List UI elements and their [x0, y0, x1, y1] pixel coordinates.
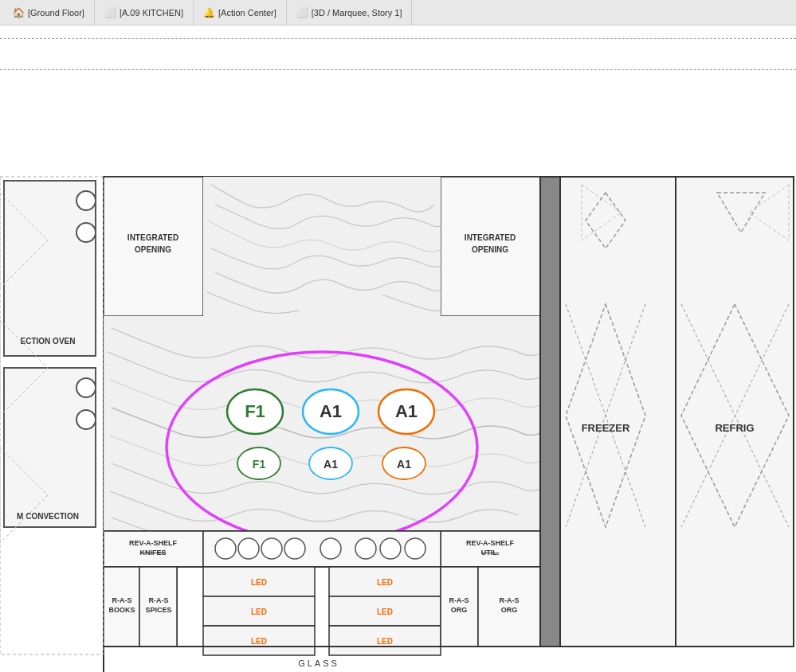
svg-point-42 — [238, 538, 259, 559]
svg-text:LED: LED — [377, 578, 393, 587]
svg-text:REV-A-SHELF: REV-A-SHELF — [466, 539, 515, 547]
home-icon: 🏠 — [13, 7, 25, 18]
3d-icon: ⬜ — [296, 7, 308, 18]
svg-text:LED: LED — [251, 578, 267, 587]
svg-text:OPENING: OPENING — [135, 245, 171, 254]
svg-text:A1: A1 — [397, 458, 411, 471]
svg-text:F1: F1 — [245, 401, 265, 421]
svg-text:KNIFES: KNIFES — [139, 549, 166, 557]
svg-text:INTEGRATED: INTEGRATED — [465, 233, 516, 242]
svg-text:LED: LED — [251, 637, 267, 646]
svg-text:LED: LED — [377, 608, 393, 616]
svg-point-7 — [76, 378, 96, 397]
svg-text:A1: A1 — [320, 401, 342, 421]
svg-point-46 — [355, 538, 376, 559]
svg-text:OPENING: OPENING — [472, 245, 508, 254]
svg-text:A1: A1 — [395, 401, 418, 421]
svg-text:INTEGRATED: INTEGRATED — [127, 233, 178, 242]
svg-text:A1: A1 — [323, 458, 338, 471]
svg-text:ORG: ORG — [451, 606, 468, 614]
top-dashed-line-1 — [0, 38, 796, 39]
svg-text:REFRIG: REFRIG — [715, 422, 754, 434]
svg-point-41 — [215, 538, 236, 559]
tab-kitchen[interactable]: ⬜ [A.09 KITCHEN] — [95, 0, 194, 25]
svg-text:ECTION OVEN: ECTION OVEN — [21, 337, 76, 346]
svg-text:F1: F1 — [253, 458, 266, 471]
floorplan-svg: ECTION OVEN M CONVECTION INTEGRATED OPEN… — [0, 81, 796, 672]
svg-text:GLASS: GLASS — [298, 658, 339, 668]
svg-rect-78 — [540, 177, 560, 647]
svg-point-8 — [76, 410, 96, 429]
svg-text:UTIL.: UTIL. — [481, 549, 500, 557]
svg-text:FREEZER: FREEZER — [582, 422, 630, 434]
tab-3d-marquee[interactable]: ⬜ [3D / Marquee, Story 1] — [287, 0, 413, 25]
svg-text:R-A-S: R-A-S — [149, 596, 169, 604]
svg-point-48 — [405, 538, 425, 559]
svg-point-3 — [76, 191, 96, 210]
svg-point-45 — [320, 538, 341, 559]
svg-text:M CONVECTION: M CONVECTION — [17, 512, 79, 521]
drawing-area: ECTION OVEN M CONVECTION INTEGRATED OPEN… — [0, 25, 796, 672]
top-dashed-line-2 — [0, 69, 796, 70]
tab-bar: 🏠 [Ground Floor] ⬜ [A.09 KITCHEN] 🔔 [Act… — [0, 0, 796, 25]
tab-action-center[interactable]: 🔔 [Action Center] — [194, 0, 287, 25]
svg-text:SPICES: SPICES — [145, 606, 171, 614]
floor-plan-icon: ⬜ — [104, 7, 116, 18]
svg-rect-18 — [203, 177, 441, 316]
svg-point-4 — [76, 223, 96, 242]
tab-ground-floor[interactable]: 🏠 [Ground Floor] — [3, 0, 95, 25]
svg-rect-79 — [560, 177, 676, 647]
bell-icon: 🔔 — [203, 7, 215, 18]
svg-text:R-A-S: R-A-S — [449, 596, 469, 604]
svg-text:REV-A-SHELF: REV-A-SHELF — [129, 539, 178, 547]
svg-text:BOOKS: BOOKS — [108, 606, 135, 614]
svg-point-43 — [261, 538, 282, 559]
svg-text:LED: LED — [377, 637, 393, 646]
svg-point-44 — [284, 538, 305, 559]
svg-rect-85 — [676, 177, 794, 647]
svg-point-47 — [380, 538, 401, 559]
svg-text:ORG: ORG — [501, 606, 518, 614]
svg-text:LED: LED — [251, 608, 267, 616]
svg-text:R-A-S: R-A-S — [500, 596, 520, 604]
svg-text:R-A-S: R-A-S — [112, 596, 132, 604]
